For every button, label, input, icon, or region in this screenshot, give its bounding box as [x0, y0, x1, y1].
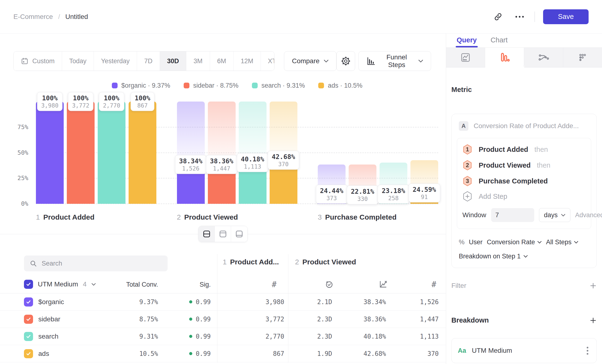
total-conv-header[interactable]: Total Conv.: [126, 281, 158, 288]
row-name-cell: sidebar: [24, 315, 129, 324]
report-type-funnels[interactable]: [485, 48, 524, 67]
table-row-organic[interactable]: $organic9.37%0.993,9802.1D38.34%1,526: [0, 293, 446, 310]
row-checkbox[interactable]: [24, 332, 33, 341]
select-all-checkbox[interactable]: [24, 280, 33, 289]
table-row-search[interactable]: search9.31%0.992,7702.3D40.18%1,113: [0, 328, 446, 345]
report-type-insights[interactable]: [446, 48, 485, 67]
measure-entity[interactable]: User: [469, 238, 483, 246]
chevron-down-icon: [324, 60, 329, 63]
breadcrumb-current[interactable]: Untitled: [65, 13, 88, 21]
date-range-yesterday[interactable]: Yesterday: [94, 52, 137, 71]
chevron-down-icon: [91, 283, 96, 286]
search-input[interactable]: [42, 260, 162, 267]
bar-ads-step1[interactable]: 100%867: [129, 102, 156, 204]
more-menu-button[interactable]: [513, 10, 526, 23]
table-row-sidebar[interactable]: sidebar8.75%0.993,7722.3D38.36%1,447: [0, 310, 446, 328]
layout-split-button[interactable]: [199, 226, 215, 242]
bar-count: 91: [413, 194, 436, 200]
date-range-label: 3M: [194, 57, 203, 65]
legend-item-sidebar[interactable]: sidebar · 8.75%: [184, 82, 238, 89]
kebab-menu-icon[interactable]: [585, 345, 590, 357]
bar-pct: 38.36%: [210, 157, 234, 165]
breadcrumb: E-Commerce / Untitled: [13, 13, 88, 21]
window-value-input[interactable]: [491, 208, 534, 222]
bar-value-label: 38.34%1,526: [175, 155, 207, 174]
add-step-button[interactable]: Add Step: [462, 189, 586, 204]
legend-item-search[interactable]: search · 9.31%: [252, 82, 305, 89]
compare-button[interactable]: Compare: [284, 51, 336, 71]
breadcrumb-parent[interactable]: E-Commerce: [13, 13, 53, 21]
row-checkbox[interactable]: [24, 315, 33, 324]
metric-title-row[interactable]: A Conversion Rate of Product Adde...: [457, 120, 591, 132]
legend-item-ads[interactable]: ads · 10.5%: [318, 82, 362, 89]
bar-organic-step3[interactable]: 24.44%373: [318, 102, 345, 204]
funnel-step-labels: 1Product Added2Product Viewed3Purchase C…: [36, 212, 438, 223]
sig-header[interactable]: Sig.: [199, 281, 211, 288]
step2-column-title[interactable]: 2 Product Viewed: [295, 258, 356, 266]
bar-search-step2[interactable]: 40.18%1,113: [239, 102, 267, 204]
date-range-12m[interactable]: 12M: [234, 52, 261, 71]
date-range-label: XTD: [268, 57, 274, 65]
layout-table-button[interactable]: [231, 226, 247, 242]
bar-organic-step1[interactable]: 100%3,980: [36, 102, 64, 204]
step1-column-title[interactable]: 1 Product Add...: [223, 258, 279, 266]
date-range-custom[interactable]: Custom: [14, 52, 62, 71]
count-column-icon[interactable]: #: [267, 279, 281, 289]
query-step-3[interactable]: 3Purchase Completed: [462, 173, 586, 189]
breakdown-on-step-select[interactable]: Breakdown on Step 1: [457, 250, 591, 262]
window-unit-select[interactable]: days: [539, 208, 570, 222]
tab-query[interactable]: Query: [457, 36, 477, 47]
breakdown-column-header[interactable]: UTM Medium 4: [24, 278, 96, 290]
bar-organic-step2[interactable]: 38.34%1,526: [177, 102, 205, 204]
row-checkbox[interactable]: [24, 297, 33, 307]
date-range-xtd[interactable]: XTD: [261, 52, 274, 71]
bar-search-step3[interactable]: 23.18%258: [379, 102, 407, 204]
query-step-1[interactable]: 1Product Addedthen: [462, 141, 586, 157]
sig-value: 0.99: [196, 333, 211, 340]
save-button[interactable]: Save: [543, 9, 589, 24]
step1-count-cell: 867: [217, 350, 288, 357]
date-range-today[interactable]: Today: [62, 52, 94, 71]
window-label: Window: [462, 211, 486, 219]
add-breakdown-button[interactable]: [590, 317, 597, 324]
advanced-toggle[interactable]: Advanced: [575, 212, 602, 219]
report-type-flows[interactable]: [524, 48, 563, 67]
tab-chart[interactable]: Chart: [491, 36, 508, 47]
chart-settings-button[interactable]: [336, 51, 355, 71]
bar-search-step1[interactable]: 100%2,770: [98, 102, 126, 204]
table-search[interactable]: [24, 256, 168, 271]
bar-count: 2,770: [103, 102, 120, 109]
measure-scope-select[interactable]: All Steps: [546, 238, 578, 246]
add-filter-button[interactable]: [590, 282, 597, 289]
measure-metric-select[interactable]: Conversion Rate: [487, 238, 542, 246]
bar-ads-step3[interactable]: 24.59%91: [410, 102, 438, 204]
query-step-2[interactable]: 2Product Viewedthen: [462, 157, 586, 173]
avg-time-column-icon[interactable]: [322, 279, 336, 289]
conv-rate-cell: 42.68%: [336, 350, 390, 357]
layout-chart-button[interactable]: [215, 226, 231, 242]
breakdown-table: 1 Product Add... 2 Product Viewed #: [0, 254, 446, 363]
breadcrumb-separator: /: [58, 13, 60, 21]
table-body: $organic9.37%0.993,9802.1D38.34%1,526sid…: [0, 293, 446, 362]
date-range-6m[interactable]: 6M: [210, 52, 234, 71]
breakdown-item[interactable]: Aa UTM Medium: [452, 338, 597, 363]
avg-time-cell: 1.9D: [288, 350, 336, 357]
report-type-retention[interactable]: [563, 48, 602, 67]
bar-ads-step2[interactable]: 42.68%370: [270, 102, 297, 204]
metric-title: Conversion Rate of Product Adde...: [474, 122, 579, 130]
bar-sidebar-step3[interactable]: 22.81%330: [349, 102, 376, 204]
bar-sidebar-step1[interactable]: 100%3,772: [67, 102, 95, 204]
bar-value-label: 100%2,770: [99, 92, 124, 111]
date-range-30d[interactable]: 30D: [160, 52, 187, 71]
chart-type-button[interactable]: Funnel Steps: [358, 51, 431, 71]
conv-rate-column-icon[interactable]: [376, 279, 390, 289]
row-checkbox[interactable]: [24, 349, 33, 358]
legend-item-organic[interactable]: $organic · 9.37%: [112, 82, 170, 89]
date-range-7d[interactable]: 7D: [137, 52, 160, 71]
table-row-ads[interactable]: ads10.5%0.998671.9D42.68%370: [0, 345, 446, 362]
metric-card: A Conversion Rate of Product Adde... 1Pr…: [452, 114, 597, 268]
share-link-button[interactable]: [491, 10, 505, 23]
date-range-3m[interactable]: 3M: [186, 52, 210, 71]
bar-sidebar-step2[interactable]: 38.36%1,447: [208, 102, 236, 204]
count-column-icon[interactable]: #: [427, 279, 441, 289]
